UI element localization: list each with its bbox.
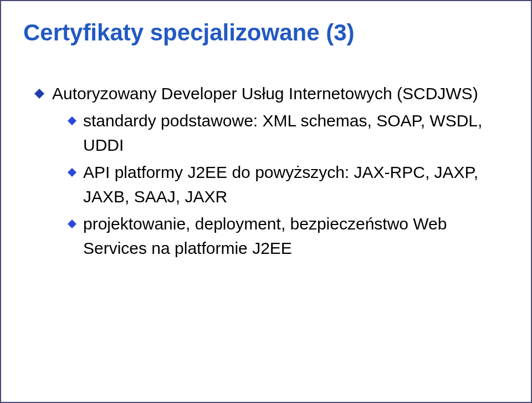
diamond-icon [68, 220, 76, 228]
svg-marker-1 [68, 116, 76, 125]
slide-title: Certyfikaty specjalizowane (3) [23, 18, 509, 48]
slide: Certyfikaty specjalizowane (3) Autoryzow… [0, 0, 532, 403]
bullet-text: Autoryzowany Developer Usług Internetowy… [52, 81, 509, 106]
bullet-level2: API platformy J2EE do powyższych: JAX-RP… [68, 160, 509, 208]
bullet-text: projektowanie, deployment, bezpieczeństw… [83, 212, 509, 260]
bullet-level2: standardy podstawowe: XML schemas, SOAP,… [68, 109, 509, 157]
diamond-icon [68, 116, 76, 125]
bullet-level1: Autoryzowany Developer Usług Internetowy… [34, 81, 509, 106]
bullet-text: standardy podstawowe: XML schemas, SOAP,… [83, 109, 509, 157]
svg-marker-0 [34, 89, 44, 99]
diamond-icon [34, 89, 44, 99]
svg-marker-3 [68, 220, 76, 228]
diamond-icon [68, 168, 76, 177]
svg-marker-2 [68, 168, 76, 177]
slide-content: Autoryzowany Developer Usług Internetowy… [23, 81, 509, 261]
bullet-level2: projektowanie, deployment, bezpieczeństw… [68, 212, 509, 260]
bullet-text: API platformy J2EE do powyższych: JAX-RP… [83, 160, 509, 208]
